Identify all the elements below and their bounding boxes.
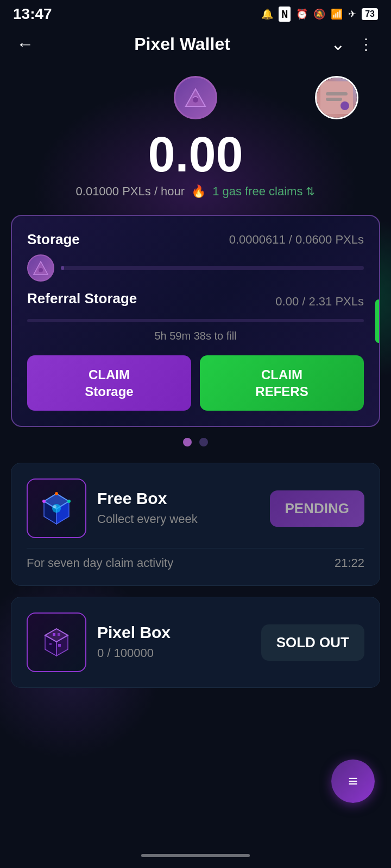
free-box-card: Free Box Collect every week PENDING For … <box>11 463 380 586</box>
page-title: Pixel Wallet <box>134 34 230 54</box>
referral-row: Referral Storage 0.00 / 2.31 PXLs <box>27 290 364 312</box>
profile-avatar-image <box>317 78 357 118</box>
menu-button[interactable]: ⋮ <box>358 35 375 53</box>
nav-right: ⌄ ⋮ <box>331 34 375 54</box>
svg-rect-22 <box>58 633 60 636</box>
gas-claims-label: 1 gas free claims <box>212 184 302 199</box>
alarm-icon: ⏰ <box>296 8 308 20</box>
hero-section: 0.00 0.01000 PXLs / hour 🔥 1 gas free cl… <box>0 65 391 215</box>
card-carousel: Storage 0.0000611 / 0.0600 PXLs Referral… <box>0 215 391 427</box>
pixel-box-inner: Pixel Box 0 / 100000 SOLD OUT <box>27 612 364 672</box>
storage-value: 0.0000611 / 0.0600 PXLs <box>229 233 364 247</box>
claim-buttons: CLAIMStorage CLAIMREFERS <box>27 355 364 411</box>
main-content: 0.00 0.01000 PXLs / hour 🔥 1 gas free cl… <box>0 65 391 710</box>
svg-point-12 <box>52 504 61 513</box>
storage-progress-bar <box>61 266 364 270</box>
svg-rect-21 <box>53 633 55 636</box>
free-box-footer: For seven day claim activity 21:22 <box>27 548 364 570</box>
svg-rect-3 <box>326 92 348 95</box>
storage-card: Storage 0.0000611 / 0.0600 PXLs Referral… <box>11 215 380 427</box>
pixel-box-title: Pixel Box <box>97 623 250 642</box>
sold-out-button[interactable]: SOLD OUT <box>261 624 364 661</box>
carousel-dots <box>0 438 391 446</box>
profile-avatar[interactable] <box>315 76 358 119</box>
fab-icon: ≡ <box>348 773 358 789</box>
svg-point-14 <box>55 492 58 495</box>
pixel-box-icon <box>27 612 86 672</box>
storage-progress-fill <box>61 266 64 270</box>
back-button[interactable]: ← <box>16 34 34 54</box>
battery-icon: 73 <box>362 8 378 20</box>
status-icons: 🔔 N ⏰ 🔕 📶 ✈ 73 <box>261 7 378 22</box>
status-time: 13:47 <box>13 5 52 23</box>
status-bar: 13:47 🔔 N ⏰ 🔕 📶 ✈ 73 <box>0 0 391 28</box>
svg-point-5 <box>340 101 349 110</box>
nav-bar: ← Pixel Wallet ⌄ ⋮ <box>0 28 391 65</box>
storage-mini-avatar <box>27 254 54 282</box>
claim-refers-button[interactable]: CLAIMREFERS <box>200 355 364 411</box>
svg-point-13 <box>53 505 56 508</box>
avatar-container <box>16 76 375 119</box>
pending-button[interactable]: PENDING <box>270 490 364 527</box>
nfc-icon: N <box>279 7 291 22</box>
notification-icon: 🔔 <box>261 8 273 20</box>
pixel-box-card: Pixel Box 0 / 100000 SOLD OUT <box>11 597 380 688</box>
free-box-subtitle: Collect every week <box>97 511 259 528</box>
dropdown-button[interactable]: ⌄ <box>331 34 345 54</box>
fill-time: 5h 59m 38s to fill <box>27 330 364 342</box>
pixel-box-info: Pixel Box 0 / 100000 <box>97 623 250 662</box>
gas-claims: 1 gas free claims ⇅ <box>212 184 315 199</box>
sort-icon: ⇅ <box>306 185 315 198</box>
referral-value: 0.00 / 2.31 PXLs <box>275 295 364 309</box>
bottom-indicator <box>141 854 250 857</box>
claim-storage-button[interactable]: CLAIMStorage <box>27 355 191 411</box>
balance-display: 0.00 <box>148 130 243 179</box>
storage-row: Storage 0.0000611 / 0.0600 PXLs <box>27 231 364 248</box>
referral-label: Referral Storage <box>27 290 137 307</box>
pixel-box-subtitle: 0 / 100000 <box>97 645 250 662</box>
svg-point-7 <box>39 268 43 272</box>
svg-point-1 <box>193 97 198 103</box>
fire-icon: 🔥 <box>191 184 206 199</box>
svg-rect-4 <box>326 98 342 101</box>
svg-rect-23 <box>58 644 61 647</box>
mute-icon: 🔕 <box>313 8 325 20</box>
balance-rate-row: 0.01000 PXLs / hour 🔥 1 gas free claims … <box>76 184 316 199</box>
wifi-icon: 📶 <box>331 8 343 20</box>
storage-label: Storage <box>27 231 80 248</box>
list-cards: Free Box Collect every week PENDING For … <box>0 463 391 688</box>
svg-point-16 <box>42 500 46 503</box>
svg-point-15 <box>67 500 71 503</box>
fab-button[interactable]: ≡ <box>331 760 375 803</box>
svg-rect-24 <box>49 643 52 645</box>
free-box-title: Free Box <box>97 489 259 508</box>
rate-label: 0.01000 PXLs / hour <box>76 184 185 199</box>
footer-right: 21:22 <box>335 556 364 570</box>
free-box-inner: Free Box Collect every week PENDING <box>27 478 364 538</box>
free-box-info: Free Box Collect every week <box>97 489 259 528</box>
footer-left: For seven day claim activity <box>27 556 173 570</box>
airplane-icon: ✈ <box>348 8 356 20</box>
free-box-icon <box>27 478 86 538</box>
carousel-dot-2[interactable] <box>199 438 208 446</box>
storage-icon-row <box>27 254 364 282</box>
referral-progress-bar <box>27 319 364 322</box>
token-avatar <box>174 76 217 119</box>
carousel-dot-1[interactable] <box>183 438 192 446</box>
